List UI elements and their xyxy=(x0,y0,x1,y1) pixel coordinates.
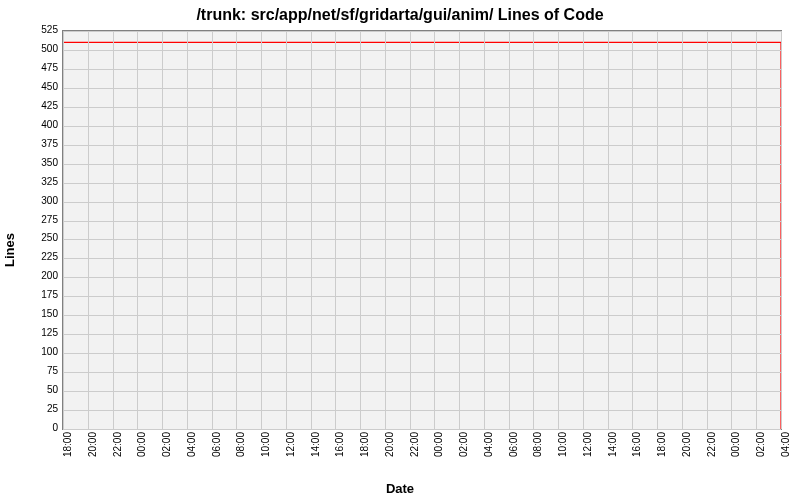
gridline-h xyxy=(63,258,781,259)
gridline-v xyxy=(707,31,708,429)
gridline-v xyxy=(187,31,188,429)
plot-area xyxy=(62,30,782,430)
y-tick-label: 125 xyxy=(28,328,58,338)
gridline-v xyxy=(558,31,559,429)
gridline-v xyxy=(434,31,435,429)
gridline-v xyxy=(137,31,138,429)
x-tick-label: 22:00 xyxy=(409,432,420,472)
gridline-v xyxy=(731,31,732,429)
chart-container: /trunk: src/app/net/sf/gridarta/gui/anim… xyxy=(0,0,800,500)
gridline-h xyxy=(63,50,781,51)
gridline-v xyxy=(583,31,584,429)
gridline-h xyxy=(63,315,781,316)
x-tick-label: 10:00 xyxy=(557,432,568,472)
gridline-v xyxy=(286,31,287,429)
gridline-v xyxy=(484,31,485,429)
y-tick-label: 75 xyxy=(28,366,58,376)
y-tick-label: 325 xyxy=(28,177,58,187)
x-tick-label: 04:00 xyxy=(780,432,791,472)
gridline-h xyxy=(63,145,781,146)
gridline-h xyxy=(63,410,781,411)
gridline-v xyxy=(608,31,609,429)
gridline-h xyxy=(63,88,781,89)
x-tick-label: 20:00 xyxy=(384,432,395,472)
x-tick-label: 18:00 xyxy=(656,432,667,472)
y-tick-label: 25 xyxy=(28,404,58,414)
y-tick-label: 475 xyxy=(28,63,58,73)
x-tick-label: 22:00 xyxy=(112,432,123,472)
gridline-h xyxy=(63,126,781,127)
gridline-v xyxy=(682,31,683,429)
x-tick-label: 20:00 xyxy=(87,432,98,472)
gridline-h xyxy=(63,353,781,354)
x-tick-label: 00:00 xyxy=(730,432,741,472)
x-tick-label: 04:00 xyxy=(483,432,494,472)
gridline-v xyxy=(459,31,460,429)
gridline-h xyxy=(63,391,781,392)
y-tick-label: 375 xyxy=(28,139,58,149)
y-tick-label: 400 xyxy=(28,120,58,130)
gridline-h xyxy=(63,31,781,32)
x-tick-label: 02:00 xyxy=(755,432,766,472)
x-tick-label: 08:00 xyxy=(235,432,246,472)
gridline-h xyxy=(63,183,781,184)
x-axis-label: Date xyxy=(0,481,800,496)
gridline-h xyxy=(63,429,781,430)
gridline-v xyxy=(781,31,782,429)
gridline-v xyxy=(88,31,89,429)
y-tick-label: 275 xyxy=(28,215,58,225)
series-line xyxy=(63,42,781,429)
gridline-v xyxy=(533,31,534,429)
gridline-h xyxy=(63,202,781,203)
y-tick-label: 525 xyxy=(28,25,58,35)
x-tick-label: 08:00 xyxy=(532,432,543,472)
y-tick-label: 450 xyxy=(28,82,58,92)
y-tick-label: 300 xyxy=(28,196,58,206)
y-axis-label: Lines xyxy=(2,233,17,267)
x-tick-label: 10:00 xyxy=(260,432,271,472)
gridline-v xyxy=(385,31,386,429)
y-tick-label: 0 xyxy=(28,423,58,433)
y-tick-label: 200 xyxy=(28,271,58,281)
x-tick-label: 16:00 xyxy=(334,432,345,472)
y-tick-label: 175 xyxy=(28,290,58,300)
gridline-v xyxy=(212,31,213,429)
gridline-h xyxy=(63,221,781,222)
gridline-h xyxy=(63,334,781,335)
gridline-v xyxy=(162,31,163,429)
x-tick-label: 18:00 xyxy=(359,432,370,472)
x-tick-label: 16:00 xyxy=(631,432,642,472)
y-tick-label: 425 xyxy=(28,101,58,111)
y-tick-label: 100 xyxy=(28,347,58,357)
y-tick-label: 225 xyxy=(28,252,58,262)
gridline-v xyxy=(63,31,64,429)
x-tick-label: 04:00 xyxy=(186,432,197,472)
y-tick-label: 500 xyxy=(28,44,58,54)
y-tick-label: 150 xyxy=(28,309,58,319)
gridline-h xyxy=(63,277,781,278)
gridline-v xyxy=(311,31,312,429)
gridline-v xyxy=(261,31,262,429)
x-tick-label: 22:00 xyxy=(706,432,717,472)
gridline-v xyxy=(113,31,114,429)
gridline-h xyxy=(63,107,781,108)
gridline-v xyxy=(657,31,658,429)
x-tick-label: 18:00 xyxy=(62,432,73,472)
x-tick-label: 06:00 xyxy=(211,432,222,472)
gridline-h xyxy=(63,372,781,373)
gridline-v xyxy=(335,31,336,429)
x-tick-label: 12:00 xyxy=(285,432,296,472)
chart-title: /trunk: src/app/net/sf/gridarta/gui/anim… xyxy=(0,6,800,24)
x-tick-label: 06:00 xyxy=(508,432,519,472)
x-tick-label: 00:00 xyxy=(433,432,444,472)
data-line xyxy=(63,31,781,429)
gridline-v xyxy=(410,31,411,429)
gridline-v xyxy=(236,31,237,429)
gridline-v xyxy=(756,31,757,429)
x-tick-label: 00:00 xyxy=(136,432,147,472)
x-tick-label: 02:00 xyxy=(458,432,469,472)
gridline-v xyxy=(509,31,510,429)
x-tick-label: 14:00 xyxy=(310,432,321,472)
gridline-v xyxy=(632,31,633,429)
x-tick-label: 12:00 xyxy=(582,432,593,472)
